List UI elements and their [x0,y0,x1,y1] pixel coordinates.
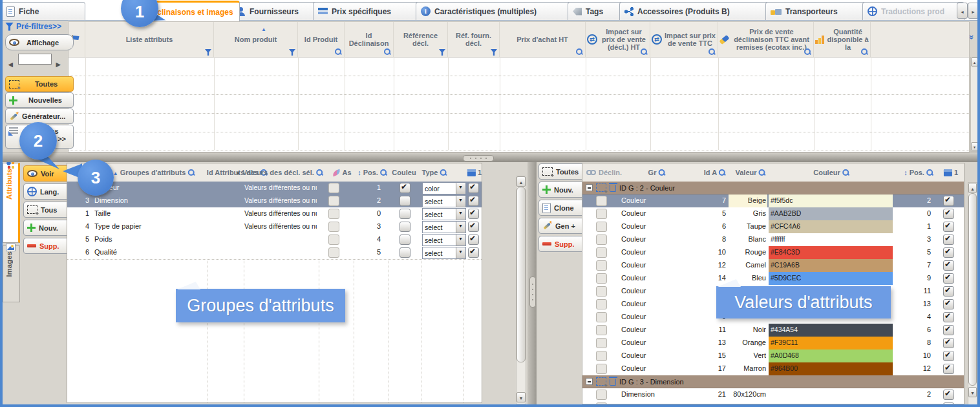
column-header-valeur[interactable]: Valeur [735,163,765,182]
mag-filter-icon[interactable] [440,169,447,176]
voir-button[interactable]: Voir [23,165,71,182]
assoc-checkbox[interactable] [328,222,339,232]
visible-checkbox[interactable] [943,273,954,284]
attribute-value-row[interactable]: Couleur13Orange#F39C118 [582,337,964,350]
column-header-liste-attributs[interactable]: Liste attributs [85,22,214,57]
row-checkbox[interactable] [596,312,607,322]
lang-button[interactable]: Lang. [23,183,71,200]
row-checkbox[interactable] [596,286,607,297]
dropdown-arrow-icon[interactable] [456,183,465,194]
visible-checkbox[interactable] [943,260,954,271]
couleur-checkbox[interactable] [399,183,410,193]
attribute-group-row[interactable]: 5Poids4select [67,233,482,247]
visible-checkbox[interactable] [943,299,954,309]
scroll-down-button[interactable] [517,392,526,402]
attribute-group-row[interactable]: 3DimensionValeurs différentes ou nulles2… [67,194,482,208]
table-row[interactable] [69,57,969,76]
nouvelles-button[interactable]: Nouvelles [5,92,74,108]
select-group-icon[interactable] [596,377,606,386]
row-checkbox[interactable] [596,351,607,361]
row-checkbox[interactable] [596,325,607,335]
toutes-button[interactable]: Toutes [538,163,588,180]
type-dropdown[interactable]: select [422,234,466,246]
visible-checkbox[interactable] [943,312,954,322]
supp-button[interactable]: Supp. [538,236,588,252]
funnel-filter-icon[interactable] [289,49,295,56]
scroll-up-button[interactable] [517,176,526,187]
row-checkbox[interactable] [596,222,607,232]
tab-transporteurs[interactable]: Transporteurs [765,2,869,20]
visible-checkbox[interactable] [468,235,479,245]
dropdown-arrow-icon[interactable] [456,209,465,220]
nouv-button[interactable]: Nouv. [538,182,588,198]
visible-checkbox[interactable] [468,247,479,258]
scroll-down-button[interactable] [968,387,977,397]
tab-accessoires-produits-b[interactable]: Accessoires (Produits B) [619,2,772,20]
type-dropdown[interactable]: select [422,208,466,220]
column-header-impact-sur-prix-de-vente-ttc[interactable]: Impact sur prix de vente TTC [650,22,718,57]
visible-checkbox[interactable] [943,364,954,374]
column-header-1[interactable]: 1 [467,163,482,182]
mag-filter-icon[interactable] [926,169,933,176]
visible-checkbox[interactable] [943,325,954,335]
visible-checkbox[interactable] [943,196,954,206]
column-header-id-a[interactable]: Id A [704,163,726,182]
funnel-filter-icon[interactable] [205,49,211,56]
attribute-value-row[interactable]: Couleur8Blanc#ffffff3 [582,233,964,247]
left-panel-vscrollbar[interactable] [516,176,526,404]
couleur-checkbox[interactable] [399,209,410,219]
row-checkbox[interactable] [596,364,607,374]
table-row[interactable] [69,76,969,95]
couleur-checkbox[interactable] [399,235,410,245]
side-tab-attributs[interactable]: Attributs [3,163,20,243]
mag-filter-icon[interactable] [708,48,716,56]
table-row[interactable] [69,113,969,132]
clone-button[interactable]: Clone [538,200,588,216]
attribute-group-row[interactable]: 1TailleValeurs différentes ou nulles0sel… [67,207,482,221]
funnel-filter-icon[interactable] [439,49,445,56]
tous-button[interactable]: Tous [23,202,71,218]
mag-filter-icon[interactable] [641,48,648,56]
tab-tags[interactable]: Tags [568,2,626,20]
tab-prix-sp-cifiques[interactable]: Prix spécifiques [313,2,424,20]
row-checkbox[interactable] [596,273,607,284]
row-checkbox[interactable] [596,196,607,206]
assoc-checkbox[interactable] [328,235,339,245]
tab-fiche[interactable]: Fiche [1,2,85,20]
group-header-row[interactable]: ID G : 3 - Dimension [582,375,964,388]
affichage-button[interactable]: Affichage [5,34,74,50]
splitter-grip[interactable] [463,155,494,162]
scroll-thumb[interactable] [968,193,977,386]
attribute-value-row[interactable]: Dimension2180x120cm2 [582,388,964,402]
attribute-value-row[interactable]: Couleur11Noir#434A546 [582,324,964,337]
column-header-type[interactable]: Type [422,163,447,182]
couleur-checkbox[interactable] [399,222,410,232]
mag-filter-icon[interactable] [380,169,387,176]
table-row[interactable] [69,94,969,114]
visible-checkbox[interactable] [468,209,479,219]
column-header-couleur[interactable]: Couleur [813,163,849,182]
nav-prev-button[interactable] [6,56,14,70]
visible-checkbox[interactable] [468,183,479,193]
attribute-group-row[interactable]: 6Qualité5select [67,246,482,260]
type-dropdown[interactable]: color [422,182,466,194]
row-checkbox[interactable] [596,299,607,309]
mag-filter-icon[interactable] [335,48,342,56]
mag-filter-icon[interactable] [842,169,849,176]
trash-icon[interactable] [610,185,616,192]
attribute-value-row[interactable]: Couleur5Gris#AAB2BD0 [582,207,964,221]
column-header-nom-produit[interactable]: Nom produit [214,22,298,57]
type-dropdown[interactable]: select [422,247,466,259]
type-dropdown[interactable]: select [422,195,466,207]
select-group-icon[interactable] [596,183,606,192]
tab-caract-ristiques-multiples[interactable]: Caractéristiques (multiples) [416,2,575,20]
right-panel-vscrollbar[interactable] [968,182,977,406]
visible-checkbox[interactable] [943,222,954,232]
assoc-checkbox[interactable] [328,247,339,258]
visible-checkbox[interactable] [468,196,479,206]
column-header-pos[interactable]: Pos. [357,163,387,182]
mag-filter-icon[interactable] [316,169,323,176]
column-header-prix-de-vente-d-clinaison-ttc-avant-remises-ecotax-inc[interactable]: Prix de vente déclinaison TTC avant remi… [718,22,814,57]
column-header-quantit-disponible-la[interactable]: Quantité disponible à la [814,22,871,57]
column-header-id-d-clinaison[interactable]: Id Déclinaison [345,22,394,57]
